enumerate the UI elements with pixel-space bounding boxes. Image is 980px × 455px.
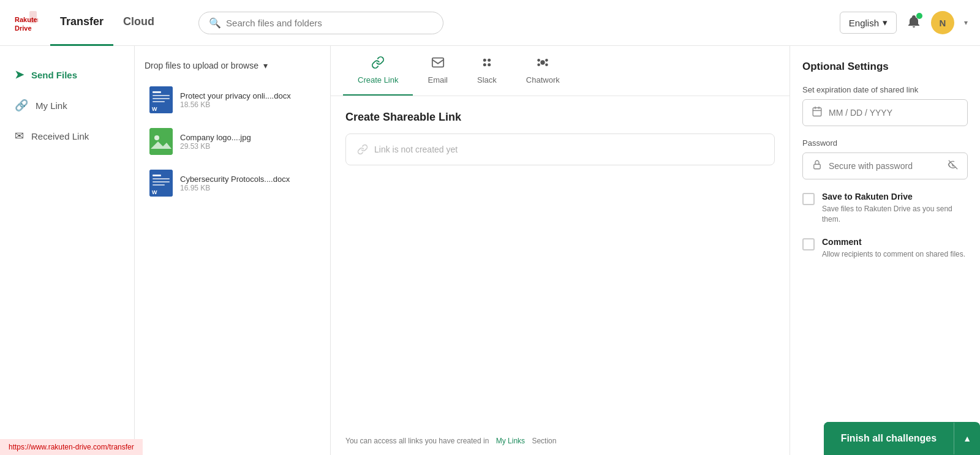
statusbar: https://www.rakuten-drive.com/transfer (0, 439, 143, 455)
save-to-drive-checkbox[interactable] (802, 193, 815, 205)
list-item[interactable]: Company logo....jpg 29.53 KB (145, 122, 320, 161)
svg-rect-14 (153, 175, 161, 176)
drop-area[interactable]: Drop files to upload or browse ▾ (145, 58, 320, 73)
svg-point-32 (545, 63, 548, 66)
eye-off-icon[interactable] (948, 159, 959, 173)
drop-label: Drop files to upload or browse (145, 61, 258, 70)
svg-rect-34 (814, 164, 821, 169)
file-name: Protect your privacy onli....docx (180, 91, 291, 100)
sidebar-item-my-link[interactable]: 🔗 My Link (0, 91, 134, 119)
topbar: Rakuten Drive Transfer Cloud 🔍 English ▾ (0, 0, 980, 46)
chatwork-tab-icon (536, 56, 549, 73)
tab-slack[interactable]: Slack (462, 46, 511, 96)
file-name: Company logo....jpg (180, 133, 251, 142)
list-item[interactable]: W Protect your privacy onli....docx 18.5… (145, 80, 320, 119)
finish-challenges-button[interactable]: Finish all challenges (824, 422, 954, 455)
language-selector[interactable]: English ▾ (840, 12, 897, 34)
share-tabs: Create Link Email (331, 46, 790, 96)
password-field-group: Password (802, 138, 968, 179)
file-panel: Drop files to upload or browse ▾ W (135, 46, 331, 455)
password-input-container[interactable] (802, 152, 968, 179)
comment-checkbox[interactable] (802, 238, 815, 250)
expiry-label: Set expiration date of shared link (802, 85, 968, 94)
password-input[interactable] (829, 161, 941, 171)
svg-rect-5 (153, 91, 161, 93)
sidebar-item-label: Received Link (31, 131, 89, 141)
svg-rect-17 (153, 184, 165, 186)
link-tab-icon (371, 56, 385, 73)
svg-rect-8 (153, 101, 165, 102)
sidebar: ➤ Send Files 🔗 My Link ✉ Received Link (0, 46, 135, 455)
sidebar-item-label: My Link (36, 100, 67, 111)
link-not-created-text: Link is not created yet (374, 145, 458, 154)
finish-chevron-up[interactable]: ▲ (954, 423, 980, 454)
language-label: English (849, 18, 879, 28)
main-layout: ➤ Send Files 🔗 My Link ✉ Received Link D… (0, 46, 980, 455)
expiry-field-group: Set expiration date of shared link (802, 85, 968, 126)
file-name: Cybersecurity Protocols....docx (180, 175, 290, 184)
finish-challenges-container: Finish all challenges ▲ (824, 422, 980, 455)
svg-text:W: W (152, 106, 157, 112)
chevron-down-icon: ▾ (263, 61, 268, 70)
envelope-icon: ✉ (15, 129, 24, 143)
tab-create-link[interactable]: Create Link (343, 46, 413, 96)
panel-title: Create Shareable Link (345, 111, 775, 124)
svg-point-30 (545, 59, 548, 62)
my-links-link[interactable]: My Links (496, 437, 525, 445)
svg-rect-3 (29, 11, 37, 23)
center-panel: Create Link Email (331, 46, 790, 455)
chevron-down-icon: ▾ (883, 17, 888, 28)
logo[interactable]: Rakuten Drive (12, 10, 38, 36)
file-size: 29.53 KB (180, 142, 251, 151)
expiry-input[interactable] (802, 99, 968, 126)
svg-rect-19 (432, 58, 443, 67)
svg-text:Drive: Drive (15, 24, 32, 32)
email-tab-icon (431, 56, 445, 73)
tab-chatwork[interactable]: Chatwork (511, 46, 575, 96)
avatar[interactable]: N (931, 11, 954, 34)
comment-label: Comment (822, 237, 965, 247)
save-to-drive-desc: Save files to Rakuten Drive as you send … (822, 204, 968, 225)
nav-tabs: Transfer Cloud (50, 0, 164, 46)
search-bar: 🔍 (198, 12, 443, 34)
bottom-note: You can access all links you have create… (331, 427, 790, 455)
password-label: Password (802, 138, 968, 148)
sidebar-item-received-link[interactable]: ✉ Received Link (0, 122, 134, 150)
sidebar-item-send-files[interactable]: ➤ Send Files (0, 61, 134, 89)
svg-rect-6 (153, 95, 170, 96)
svg-rect-16 (153, 181, 170, 182)
expiry-date-input[interactable] (829, 108, 959, 118)
comment-group: Comment Allow recipients to comment on s… (802, 237, 968, 260)
tab-label: Create Link (358, 75, 398, 85)
notification-dot (916, 13, 922, 19)
list-item[interactable]: W Cybersecurity Protocols....docx 16.95 … (145, 164, 320, 203)
notification-button[interactable] (907, 14, 921, 31)
tab-email[interactable]: Email (413, 46, 462, 96)
lock-icon (812, 159, 823, 173)
file-list: W Protect your privacy onli....docx 18.5… (145, 80, 320, 203)
send-files-icon: ➤ (15, 68, 24, 81)
file-info: Cybersecurity Protocols....docx 16.95 KB (180, 175, 290, 192)
topbar-right: English ▾ N ▾ (835, 11, 968, 34)
file-info: Protect your privacy onli....docx 18.56 … (180, 91, 291, 109)
svg-point-28 (541, 60, 545, 64)
center-panel-body: Create Shareable Link Link is not create… (331, 96, 790, 427)
svg-rect-15 (153, 178, 170, 179)
search-icon: 🔍 (209, 17, 221, 29)
svg-text:W: W (152, 189, 157, 195)
file-size: 18.56 KB (180, 100, 291, 109)
docx-icon: W (149, 86, 173, 113)
comment-desc: Allow recipients to comment on shared fi… (822, 249, 965, 260)
calendar-icon (812, 106, 823, 119)
nav-tab-cloud[interactable]: Cloud (113, 0, 164, 46)
chevron-up-icon: ▲ (963, 434, 971, 443)
nav-tab-transfer[interactable]: Transfer (50, 0, 113, 46)
file-size: 16.95 KB (180, 184, 290, 192)
avatar-chevron[interactable]: ▾ (964, 18, 968, 27)
link-placeholder-icon (357, 144, 368, 155)
link-icon: 🔗 (15, 99, 28, 112)
tab-label: Chatwork (526, 75, 560, 85)
file-info: Company logo....jpg 29.53 KB (180, 133, 251, 151)
search-input[interactable] (226, 18, 433, 28)
status-url: https://www.rakuten-drive.com/transfer (9, 443, 134, 451)
